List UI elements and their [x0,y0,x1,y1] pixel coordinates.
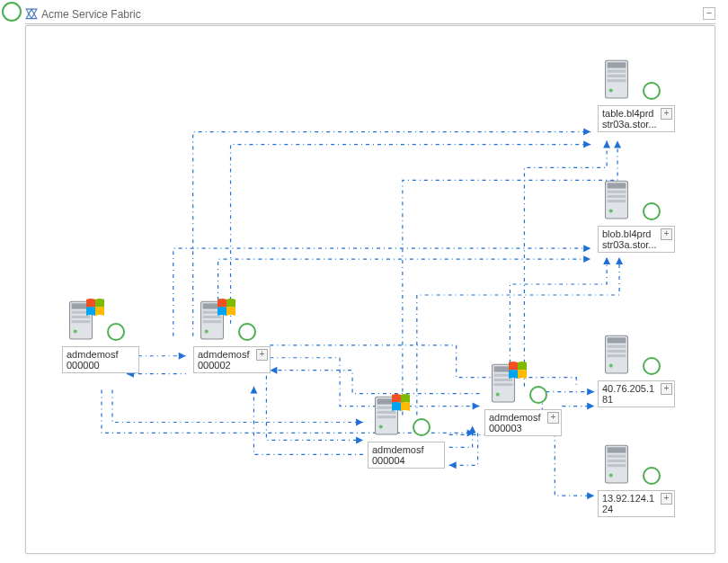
node-label: admdemosf 000003 + [484,409,562,436]
node-label: table.bl4prd str03a.stor... + [598,105,675,132]
server-icon [598,175,635,220]
svg-marker-21 [603,141,610,148]
node-admdemosf-000004[interactable]: admdemosf 000004 [368,391,445,469]
svg-marker-23 [583,245,590,252]
windows-icon [85,298,105,317]
svg-marker-20 [583,141,590,148]
health-icon [107,323,125,341]
node-label: 13.92.124.1 24 + [598,490,675,517]
title-text: Acme Service Fabric [41,8,141,21]
server-icon [598,330,635,375]
expand-button[interactable]: + [661,228,672,240]
health-icon [413,418,431,436]
health-icon [643,467,661,485]
expand-button[interactable]: + [256,349,268,361]
health-icon [643,357,661,375]
svg-marker-29 [587,389,594,396]
node-table-storage[interactable]: table.bl4prd str03a.stor... + [598,55,675,132]
node-admdemosf-000002[interactable]: admdemosf 000002 + [193,296,271,373]
svg-marker-19 [583,129,590,136]
node-admdemosf-000003[interactable]: admdemosf 000003 + [484,359,562,436]
server-icon [598,440,635,485]
collapse-button[interactable]: − [703,7,715,20]
svg-marker-8 [179,353,186,360]
health-icon [643,82,661,100]
svg-marker-0 [26,9,37,19]
expand-button[interactable]: + [661,493,672,505]
service-fabric-icon [25,8,38,21]
health-icon [238,323,256,341]
svg-marker-15 [356,419,363,426]
node-ip-13-92-124-124[interactable]: 13.92.124.1 24 + [598,440,675,517]
node-label: blob.bl4prd str03a.stor... + [598,226,675,253]
server-icon [598,55,635,100]
svg-marker-12 [250,387,257,394]
svg-marker-22 [614,141,621,148]
svg-marker-18 [270,367,277,374]
node-ip-40-76-205-181[interactable]: 40.76.205.1 81 + [598,330,675,407]
windows-icon [508,361,528,380]
health-icon [529,386,547,404]
node-label: 40.76.205.1 81 + [598,380,675,407]
node-blob-storage[interactable]: blob.bl4prd str03a.stor... + [598,175,675,253]
windows-icon [217,298,236,317]
svg-marker-1 [26,9,37,19]
windows-icon [391,393,411,413]
svg-marker-11 [356,436,363,443]
svg-marker-17 [473,403,480,410]
expand-button[interactable]: + [661,108,672,120]
node-label: admdemosf 000002 + [193,346,271,373]
expand-button[interactable]: + [547,412,559,424]
svg-marker-24 [583,255,590,263]
expand-button[interactable]: + [661,383,672,395]
node-label: admdemosf 000004 [368,442,445,469]
health-icon [643,202,661,220]
svg-marker-14 [449,461,457,469]
svg-marker-27 [587,403,594,410]
topology-panel: admdemosf 000000 admdemosf 000002 + [25,25,715,554]
svg-marker-26 [616,257,623,264]
title-bar: Acme Service Fabric [25,5,715,24]
group-health-icon [2,2,22,22]
svg-marker-25 [603,257,610,264]
svg-marker-16 [467,429,475,436]
node-admdemosf-000000[interactable]: admdemosf 000000 [62,296,139,373]
svg-marker-28 [587,492,594,499]
node-label: admdemosf 000000 [62,346,139,373]
svg-marker-13 [469,425,476,433]
